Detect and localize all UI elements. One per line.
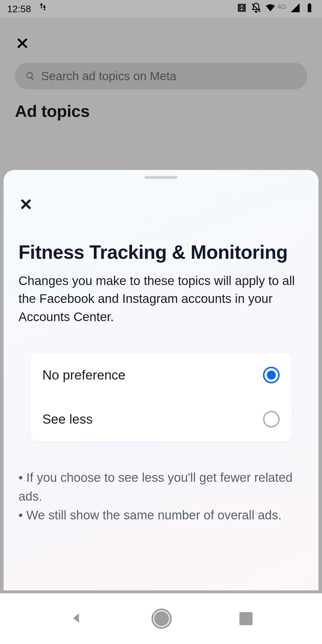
radio-selected-icon (263, 367, 280, 383)
option-label: See less (42, 412, 93, 427)
nav-back-button[interactable] (69, 611, 84, 626)
triangle-back-icon (69, 611, 84, 625)
sheet-title: Fitness Tracking & Monitoring (18, 242, 304, 264)
notes-section: • If you choose to see less you'll get f… (18, 468, 304, 524)
option-see-less[interactable]: See less (30, 397, 292, 441)
radio-unselected-icon (263, 411, 280, 428)
bottom-sheet: Fitness Tracking & Monitoring Changes yo… (4, 170, 318, 590)
nav-home-button[interactable] (151, 609, 172, 629)
drag-handle[interactable] (145, 176, 177, 179)
sheet-close-button[interactable] (18, 197, 33, 212)
sheet-description: Changes you make to these topics will ap… (18, 272, 304, 326)
note-line: • We still show the same number of overa… (18, 506, 304, 524)
note-line: • If you choose to see less you'll get f… (18, 468, 304, 506)
option-no-preference[interactable]: No preference (30, 353, 292, 397)
close-icon (18, 197, 33, 212)
circle-icon (154, 611, 169, 626)
navigation-bar (0, 593, 322, 644)
preference-options: No preference See less (30, 353, 292, 441)
option-label: No preference (42, 368, 126, 383)
nav-recent-button[interactable] (239, 612, 253, 625)
